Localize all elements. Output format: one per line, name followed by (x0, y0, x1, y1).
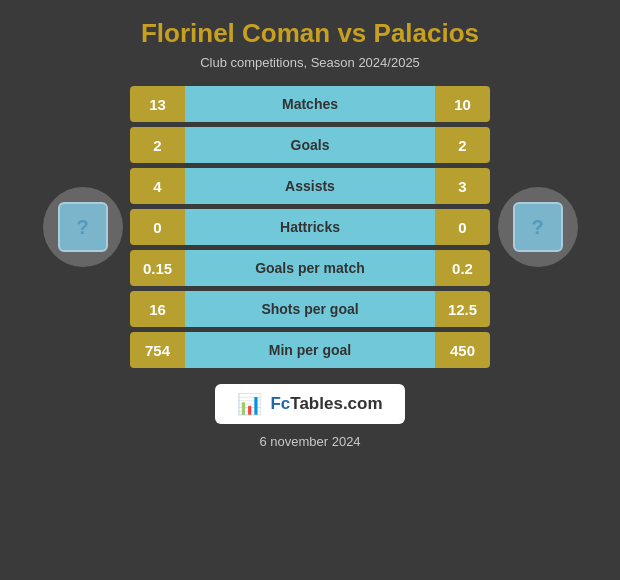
stat-label: Min per goal (185, 332, 435, 368)
stat-value-left: 0 (130, 209, 185, 245)
stat-value-right: 12.5 (435, 291, 490, 327)
avatar-circle-left: ? (43, 187, 123, 267)
stat-value-right: 10 (435, 86, 490, 122)
stat-label: Matches (185, 86, 435, 122)
stat-value-right: 2 (435, 127, 490, 163)
avatar-circle-right: ? (498, 187, 578, 267)
stat-label: Hattricks (185, 209, 435, 245)
stat-value-right: 0.2 (435, 250, 490, 286)
stat-row: 754Min per goal450 (130, 332, 490, 368)
avatar-icon-right: ? (513, 202, 563, 252)
stat-row: 4Assists3 (130, 168, 490, 204)
stat-label: Assists (185, 168, 435, 204)
stat-value-left: 0.15 (130, 250, 185, 286)
stat-row: 2Goals2 (130, 127, 490, 163)
logo-text: FcTables.com (270, 394, 382, 414)
stat-label: Goals per match (185, 250, 435, 286)
stat-value-right: 0 (435, 209, 490, 245)
comparison-row: ? 13Matches102Goals24Assists30Hattricks0… (10, 86, 610, 368)
page-title: Florinel Coman vs Palacios (141, 18, 479, 49)
logo-icon: 📊 (237, 392, 262, 416)
stat-label: Shots per goal (185, 291, 435, 327)
page-subtitle: Club competitions, Season 2024/2025 (200, 55, 420, 70)
page-wrapper: Florinel Coman vs Palacios Club competit… (0, 0, 620, 580)
stat-label: Goals (185, 127, 435, 163)
stat-value-left: 4 (130, 168, 185, 204)
avatar-left: ? (35, 127, 130, 327)
stat-row: 0.15Goals per match0.2 (130, 250, 490, 286)
stat-row: 13Matches10 (130, 86, 490, 122)
stat-value-left: 16 (130, 291, 185, 327)
stat-value-left: 13 (130, 86, 185, 122)
stat-value-right: 450 (435, 332, 490, 368)
avatar-right: ? (490, 127, 585, 327)
date-label: 6 november 2024 (259, 434, 360, 449)
stat-row: 0Hattricks0 (130, 209, 490, 245)
logo-area: 📊 FcTables.com (215, 384, 404, 424)
stats-container: 13Matches102Goals24Assists30Hattricks00.… (130, 86, 490, 368)
avatar-icon-left: ? (58, 202, 108, 252)
stat-row: 16Shots per goal12.5 (130, 291, 490, 327)
stat-value-right: 3 (435, 168, 490, 204)
stat-value-left: 2 (130, 127, 185, 163)
stat-value-left: 754 (130, 332, 185, 368)
